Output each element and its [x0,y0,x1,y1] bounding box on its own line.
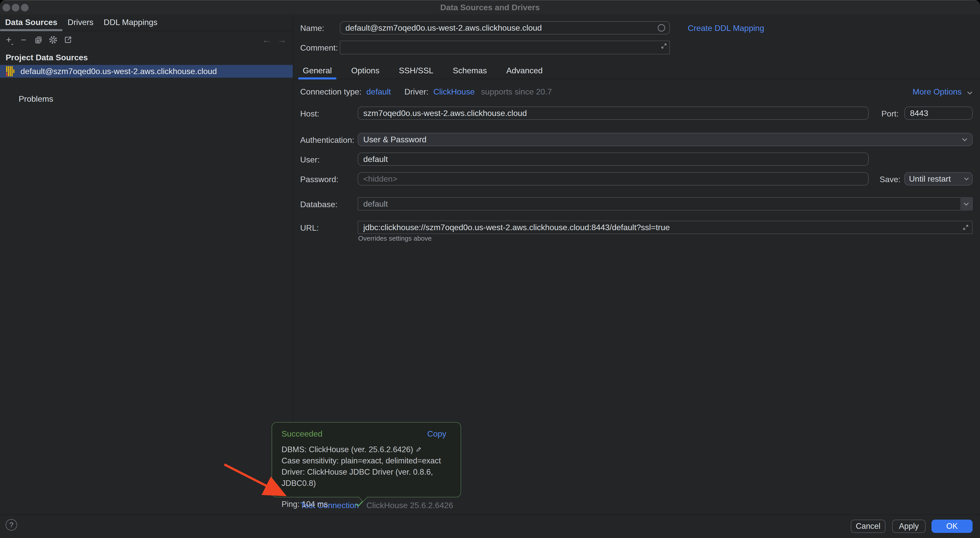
remove-icon[interactable]: − [18,35,29,45]
annotation-arrow [217,460,294,503]
copy-link[interactable]: Copy [427,429,446,439]
database-dropdown-button[interactable] [960,198,972,210]
clickhouse-icon [6,66,15,76]
chevron-down-icon [964,177,969,180]
tab-advanced[interactable]: Advanced [502,63,547,79]
chevron-down-icon [963,202,969,205]
port-label: Port: [881,109,899,119]
ok-button[interactable]: OK [931,520,973,533]
comment-label: Comment: [300,43,338,53]
port-input[interactable] [905,108,972,118]
test-connection-result-popup: Succeeded Copy DBMS: ClickHouse (ver. 25… [272,422,461,497]
connection-type-link[interactable]: default [366,87,391,96]
apply-button[interactable]: Apply [892,520,926,533]
chevron-down-icon [967,91,973,94]
password-label: Password: [300,175,338,184]
title-bar: Data Sources and Drivers [0,0,980,14]
database-value: default [358,199,960,209]
user-field[interactable] [358,153,869,166]
cancel-button[interactable]: Cancel [851,520,886,533]
open-in-new-icon[interactable] [63,35,73,45]
name-label: Name: [300,24,324,33]
comment-field[interactable] [340,41,670,54]
comment-input[interactable] [340,43,661,53]
more-options-link[interactable]: More Options [913,87,962,96]
url-input[interactable] [358,223,963,232]
data-source-list-item[interactable]: default@szm7oqed0o.us-west-2.aws.clickho… [0,65,293,78]
help-icon[interactable]: ? [6,519,17,531]
url-label: URL: [300,223,319,233]
connection-type-row: Connection type: default Driver: ClickHo… [300,87,552,97]
window-title: Data Sources and Drivers [0,0,980,14]
database-label: Database: [300,200,337,209]
expand-editor-icon[interactable] [963,224,969,231]
host-input[interactable] [358,108,868,118]
driver-line: Driver: ClickHouse JDBC Driver (ver. 0.8… [282,466,446,489]
more-options[interactable]: More Options [913,87,973,97]
name-field[interactable] [340,21,670,35]
user-input[interactable] [358,154,868,164]
dialog-button-bar: ? Cancel Apply OK [0,514,980,538]
driver-note: supports since 20.7 [481,87,552,96]
case-sensitivity-line: Case sensitivity: plain=exact, delimited… [282,455,446,466]
user-label: User: [300,155,320,164]
form-tab-bar: General Options SSH/SSL Schemas Advanced [293,63,980,79]
chevron-down-icon [962,138,967,141]
data-sources-dialog: Data Sources and Drivers Data Sources Dr… [0,0,980,538]
tab-general[interactable]: General [298,63,336,79]
sidebar-tab-bar: Data Sources Drivers DDL Mappings [0,14,293,31]
tab-schemas[interactable]: Schemas [448,63,491,79]
tab-options[interactable]: Options [347,63,384,79]
back-icon[interactable]: ← [261,32,272,48]
tab-ddl-mappings[interactable]: DDL Mappings [99,14,162,31]
port-field[interactable] [904,107,973,120]
project-data-sources-header: Project Data Sources [6,53,88,62]
tab-data-sources[interactable]: Data Sources [0,14,63,31]
dbms-line: DBMS: ClickHouse (ver. 25.6.2.6426) [282,444,446,455]
add-icon[interactable]: + [3,35,14,45]
regenerate-name-icon[interactable] [657,24,666,32]
tab-ssh-ssl[interactable]: SSH/SSL [394,63,438,79]
driver-link[interactable]: ClickHouse [433,87,475,96]
expand-editor-icon[interactable] [661,43,667,49]
password-input[interactable] [358,174,868,184]
save-dropdown[interactable]: Until restart [904,172,973,185]
host-field[interactable] [358,107,869,120]
data-source-name: default@szm7oqed0o.us-west-2.aws.clickho… [21,67,217,76]
save-value: Until restart [909,174,951,184]
edit-icon[interactable] [415,446,422,453]
sidebar-toolbar: + − [0,32,296,48]
forward-icon[interactable]: → [277,32,288,48]
url-note: Overrides settings above [358,234,432,242]
url-field[interactable] [358,221,973,234]
name-input[interactable] [340,23,657,33]
save-label: Save: [880,175,900,184]
authentication-dropdown[interactable]: User & Password [358,133,973,146]
tab-drivers[interactable]: Drivers [63,14,99,31]
database-combobox[interactable]: default [358,197,973,210]
authentication-label: Authentication: [300,135,354,145]
status-succeeded: Succeeded [282,429,322,439]
host-label: Host: [300,109,319,119]
create-ddl-mapping-link[interactable]: Create DDL Mapping [688,24,764,33]
authentication-value: User & Password [363,135,426,144]
duplicate-icon[interactable] [33,35,43,45]
password-field[interactable] [358,172,869,185]
driver-label: Driver: [404,87,428,96]
connection-type-label: Connection type: [300,87,361,96]
settings-gear-icon[interactable] [48,35,58,45]
problems-section[interactable]: Problems [19,94,53,104]
